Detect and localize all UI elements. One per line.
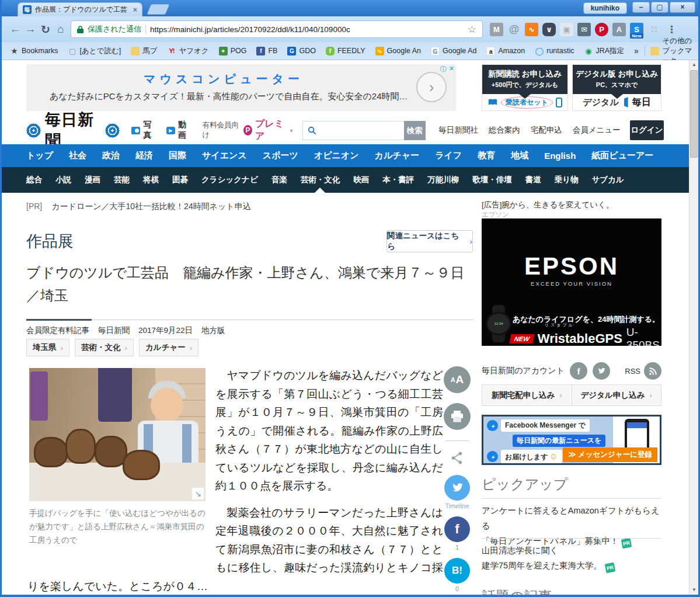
sleipnir-icon[interactable]: SNew [630,23,643,36]
photo-expand-icon[interactable]: ↘ [192,488,204,499]
bookmark-item[interactable]: GGDO [287,47,315,55]
digital-subscription-ad[interactable]: デジタル版 お申し込み PC、スマホで デジタル毎日 [572,64,661,111]
link-company[interactable]: 毎日新聞社 [438,125,478,136]
nav-economy[interactable]: 経済 [135,150,153,161]
subnav-senryu[interactable]: 万能川柳 [427,167,459,193]
analytics-icon[interactable]: ∿ [525,23,538,36]
subnav-books[interactable]: 本・書評 [382,167,414,193]
nav-politics[interactable]: 政治 [102,150,120,161]
tag-saitama[interactable]: 埼玉県› [26,339,69,356]
pocket-icon[interactable]: ∨ [542,23,556,36]
search-input[interactable] [302,121,404,140]
url-text[interactable]: https://mainichi.jp/articles/20170922/dd… [150,25,464,34]
subnav-classic-navi[interactable]: クラシックナビ [201,167,258,193]
tag-culture[interactable]: カルチャー› [139,339,198,356]
back-icon[interactable]: ← [8,23,23,36]
close-button[interactable]: × [670,2,695,13]
bookmarks-overflow-icon[interactable]: » [634,46,639,55]
nav-opinion[interactable]: オピニオン [314,150,359,161]
scrollbar-thumb[interactable] [690,70,698,158]
at-extension-icon[interactable]: @ [507,23,521,36]
facebook-account-icon[interactable]: f [570,362,587,380]
forward-icon[interactable]: → [23,23,38,36]
nav-culture[interactable]: カルチャー [375,150,419,161]
pinterest-icon[interactable]: P [595,23,608,36]
acrobat-icon[interactable]: A [612,23,626,36]
bookmark-item[interactable]: ★Bookmarks [10,47,58,55]
subnav-subculture[interactable]: サブカル [592,167,624,193]
ad-close-icon[interactable]: ✕ [449,65,454,74]
twitter-button[interactable] [444,475,470,501]
bookmark-folder[interactable]: 馬ブ [131,46,157,56]
nav-education[interactable]: 教育 [478,150,495,161]
messenger-banner[interactable]: Facebook Messenger で 毎日新聞の最新ニュースを お届けします… [482,415,661,465]
bookmark-star-icon[interactable]: ☆ [468,23,476,36]
hatena-share-button[interactable]: B! [444,558,470,584]
subnav-entertainment[interactable]: 芸能 [114,167,130,193]
article-photo[interactable]: ↘ [29,368,206,501]
nav-life[interactable]: ライフ [435,150,462,161]
facebook-share-button[interactable]: f [444,516,470,542]
subnav-igo[interactable]: 囲碁 [172,167,188,193]
ad-info-icon[interactable]: ⓘ [440,65,447,74]
video-link[interactable]: ▶ 動画 [166,120,192,141]
reload-icon[interactable]: ↻ [38,23,53,36]
photo-link[interactable]: 写真 [131,120,157,141]
twitter-account-icon[interactable] [593,362,610,380]
nav-english[interactable]: English [544,151,576,161]
print-button[interactable] [444,403,471,430]
bookmark-item[interactable]: fFB [256,47,277,55]
related-news-button[interactable]: 関連ニュースはこちら › [386,230,473,252]
search-button[interactable]: 検索 [404,121,426,140]
mail-checker-icon[interactable]: M [490,23,503,36]
subnav-novel[interactable]: 小説 [55,167,71,193]
subnav-vehicles[interactable]: 乗り物 [555,167,579,193]
pickup-item[interactable]: アンケートに答えるとAmazonギフトがもらえる 「毎日アンケートパネル」募集中… [482,503,661,549]
address-bar[interactable]: 保護された通信 https://mainichi.jp/articles/201… [71,20,483,38]
copy-icon[interactable]: ▣ [560,23,573,36]
nav-region[interactable]: 地域 [511,150,528,161]
subnav-shogi[interactable]: 将棋 [143,167,159,193]
profile-button[interactable]: kunihiko [583,2,627,14]
epson-ad[interactable]: EPSON EXCEED YOUR VISION あなたのライフログを、24時間… [482,218,661,346]
rss-icon[interactable] [644,362,661,380]
nav-paper-viewer[interactable]: 紙面ビューアー [591,150,653,161]
scroll-up-arrow[interactable]: ▲ [689,60,698,70]
inbox-icon[interactable]: ✉ [577,23,591,36]
bookmark-item[interactable]: ▢[あとで読む] [68,46,121,56]
link-member-menu[interactable]: 会員メニュー [573,125,621,136]
browser-tab[interactable]: 毎 作品展：ブドウのツルで工芸 × [18,2,142,16]
bookmark-item[interactable]: ◉JRA指定 [584,46,624,56]
subnav-shodo[interactable]: 書道 [525,167,541,193]
paper-subscription-ad[interactable]: 新聞購読 お申し込み +500円で、デジタルも 愛読者セット [482,64,568,111]
disabled-extension-icon[interactable]: ∷ [647,23,661,36]
nav-science[interactable]: サイエンス [202,150,247,161]
maximize-button[interactable]: ▢ [651,2,668,13]
nav-society[interactable]: 社会 [69,150,86,161]
new-tab-button[interactable] [147,4,169,15]
pr-text-ad[interactable]: [PR]カードローン／大手10社一括比較！24時間ネット申込 [26,202,251,212]
ad-next-arrow[interactable]: › [416,72,447,102]
scroll-down-arrow[interactable]: ▼ [689,585,698,595]
bookmark-item[interactable]: ✦POG [219,47,247,55]
link-guide[interactable]: 総合案内 [489,125,520,136]
minimize-button[interactable]: – [632,2,650,13]
page-scrollbar[interactable]: ▲ ▼ [689,60,698,595]
digital-subscribe-button[interactable]: デジタル申し込み› [572,385,661,405]
premium-link[interactable]: P プレミア ▾ [243,118,293,143]
paper-subscribe-button[interactable]: 新聞宅配申し込み› [482,385,572,405]
top-banner-ad[interactable]: マウスコンピューター あなた好みにPCをカスタマイズ！最新・高性能のパーツで自由… [26,64,456,111]
tag-art-culture[interactable]: 芸術・文化› [75,339,134,356]
nav-sports[interactable]: スポーツ [263,150,298,161]
subnav-general[interactable]: 総合 [26,167,42,193]
subnav-art-culture[interactable]: 芸術・文化 [301,167,340,193]
bookmark-item[interactable]: GGoogle Ad [431,47,476,55]
subnav-music[interactable]: 音楽 [271,167,287,193]
pickup-item[interactable]: 山田清志学長に聞く 建学75周年を迎えた東海大学。PR [482,543,661,573]
bookmark-item[interactable]: aAmazon [486,47,525,55]
nav-top[interactable]: トップ [26,150,53,161]
pr-link[interactable]: カードローン／大手10社一括比較！24時間ネット申込 [51,202,250,211]
bookmark-item[interactable]: ∿Google An [375,47,421,55]
subnav-movie[interactable]: 映画 [353,167,369,193]
subnav-kadan-haidan[interactable]: 歌壇・俳壇 [472,167,512,193]
